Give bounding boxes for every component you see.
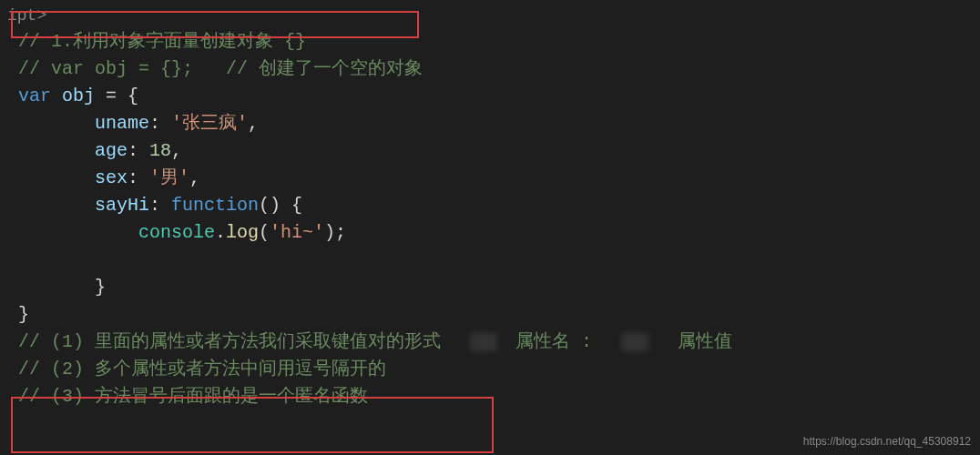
code-line-13: // (2) 多个属性或者方法中间用逗号隔开的	[0, 356, 980, 383]
code-line-4: uname: '张三疯',	[0, 110, 980, 137]
blur-spot	[470, 333, 497, 351]
watermark: https://blog.csdn.net/qq_45308912	[803, 433, 971, 450]
code-line-11: }	[0, 301, 980, 329]
code-line-14: // (3) 方法冒号后面跟的是一个匿名函数	[0, 383, 980, 410]
code-line-3: var obj = {	[0, 83, 980, 110]
code-editor[interactable]: ipt> // 1.利用对象字面量创建对象 {} // var obj = {}…	[0, 4, 980, 410]
code-line-6: sex: '男',	[0, 165, 980, 192]
blur-spot	[621, 333, 648, 351]
code-line-8: console.log('hi~');	[0, 219, 980, 247]
code-line-2: // var obj = {}; // 创建了一个空的对象	[0, 56, 980, 83]
code-line-7: sayHi: function() {	[0, 192, 980, 219]
code-line-1: // 1.利用对象字面量创建对象 {}	[0, 28, 980, 56]
code-line-5: age: 18,	[0, 137, 980, 165]
partial-tag: ipt>	[0, 4, 980, 28]
code-line-10: }	[0, 274, 980, 301]
code-line-12: // (1) 里面的属性或者方法我们采取键值对的形式 属性名 : 属性值	[0, 329, 980, 356]
code-line-9	[0, 247, 980, 274]
